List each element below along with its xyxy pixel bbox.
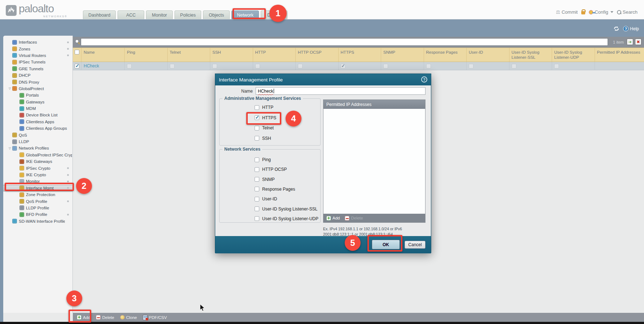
clear-filter-button[interactable]: [635, 39, 641, 45]
column-header-user-id-syslog-listener-udp[interactable]: User-ID Syslog Listener-UDP: [552, 48, 595, 62]
permitted-delete-button[interactable]: Delete: [345, 216, 363, 221]
network-services-checkbox-http-ocsp[interactable]: [255, 167, 259, 172]
network-services-checkbox-user-id-syslog-listener-ssl[interactable]: [255, 207, 259, 211]
network-services-checkbox-ping[interactable]: [255, 157, 259, 162]
in-use-dot-icon: [67, 41, 69, 43]
sidebar-item-ipsec-tunnels[interactable]: IPSec Tunnels: [3, 59, 72, 65]
sidebar-item-mdm[interactable]: MDM: [3, 105, 72, 112]
column-header-user-id-syslog-listener-ssl[interactable]: User-ID Syslog Listener-SSL: [510, 48, 552, 62]
service-state-checkbox: [383, 64, 388, 68]
sidebar-item-sd-wan-interface-profile[interactable]: SD-WAN Interface Profile: [3, 218, 72, 225]
commit-button[interactable]: ⚖ Commit: [556, 9, 578, 15]
service-state-checkbox: [255, 64, 260, 68]
permitted-ip-list[interactable]: [323, 109, 425, 214]
sidebar-item-bfd-profile[interactable]: BFD Profile: [3, 211, 72, 218]
tab-acc[interactable]: ACC: [118, 10, 144, 19]
column-header-https[interactable]: HTTPS: [339, 48, 381, 62]
admin-services-checkbox-http[interactable]: [255, 105, 259, 110]
sidebar-item-ike-gateways[interactable]: IKE Gateways: [3, 158, 72, 165]
name-field[interactable]: HCheck: [256, 87, 425, 95]
sidebar-item-clientless-apps[interactable]: Clientless Apps: [3, 119, 72, 125]
sidebar-item-qos-profile[interactable]: QoS Profile: [3, 198, 72, 204]
column-header-http-ocsp[interactable]: HTTP OCSP: [296, 48, 339, 62]
column-header-permitted-ip-addresses[interactable]: Permitted IP Addresses: [595, 48, 644, 62]
admin-services-checkbox-telnet[interactable]: [255, 126, 259, 130]
filter-input[interactable]: [81, 38, 608, 46]
tab-monitor[interactable]: Monitor: [146, 10, 173, 19]
admin-services-checkbox-https[interactable]: [255, 115, 259, 120]
column-header-user-id[interactable]: User-ID: [467, 48, 510, 62]
lock-icon[interactable]: [581, 11, 585, 14]
admin-services-checkbox-ssh[interactable]: [255, 136, 259, 141]
in-use-dot-icon: [67, 187, 69, 189]
sidebar-item-interfaces[interactable]: Interfaces: [3, 39, 72, 45]
sidebar-item-gre-tunnels[interactable]: GRE Tunnels: [3, 66, 72, 72]
sidebar-item-clientless-app-groups[interactable]: Clientless App Groups: [3, 125, 72, 132]
permitted-add-button[interactable]: Add: [326, 216, 340, 221]
sidebar-item-ipsec-crypto[interactable]: IPSec Crypto: [3, 165, 72, 171]
sidebar-item-device-block-list[interactable]: Device Block List: [3, 112, 72, 118]
help-button[interactable]: ? Help: [623, 26, 639, 31]
sidebar-item-portals[interactable]: Portals: [3, 92, 72, 98]
column-header-name[interactable]: Name: [81, 48, 125, 62]
dialog-help-icon[interactable]: ?: [421, 76, 427, 83]
column-header-ssh[interactable]: SSH: [210, 48, 253, 62]
pdf-csv-button[interactable]: PDF/CSV: [143, 315, 167, 320]
sidebar-item-monitor[interactable]: Monitor: [3, 178, 72, 185]
tab-dashboard[interactable]: Dashboard: [83, 10, 116, 19]
sidebar-item-label: Monitor: [26, 179, 40, 183]
sidebar-item-lldp[interactable]: LLDP: [3, 138, 72, 145]
tab-device[interactable]: Device: [261, 10, 287, 19]
column-header-http[interactable]: HTTP: [253, 48, 296, 62]
service-state-checkbox: [554, 64, 559, 68]
tree-expand-icon[interactable]: ▽: [9, 147, 12, 150]
sidebar-item-dns-proxy[interactable]: DNS Proxy: [3, 79, 72, 85]
search-button[interactable]: Search: [617, 9, 638, 15]
network-services-checkbox-user-id-syslog-listener-udp[interactable]: [255, 216, 259, 221]
apply-filter-button[interactable]: [627, 39, 633, 45]
lldp-icon: [12, 139, 17, 144]
sidebar-item-lldp-profile[interactable]: LLDP Profile: [3, 205, 72, 211]
dialog-footer: OK Cancel: [215, 236, 431, 253]
sidebar-item-qos[interactable]: QoS: [3, 132, 72, 138]
sidebar-item-label: GRE Tunnels: [19, 67, 43, 71]
clone-button[interactable]: Clone: [120, 315, 137, 320]
select-all-checkbox[interactable]: [75, 50, 79, 54]
in-use-dot-icon: [67, 48, 69, 50]
config-menu-button[interactable]: Config: [589, 9, 613, 15]
column-header-ping[interactable]: Ping: [125, 48, 168, 62]
sidebar-item-zone-protection[interactable]: Zone Protection: [3, 191, 72, 198]
sidebar-item-dhcp[interactable]: DHCP: [3, 72, 72, 79]
sidebar-item-globalprotect-ipsec-crypt[interactable]: GlobalProtect IPSec Crypt: [3, 152, 72, 158]
tab-policies[interactable]: Policies: [175, 10, 201, 19]
add-button[interactable]: Add: [77, 315, 90, 320]
sidebar-item-globalprotect[interactable]: ▽GlobalProtect: [3, 85, 72, 92]
network-services-checkbox-response-pages[interactable]: [255, 187, 259, 191]
table-row[interactable]: HCheck: [73, 62, 644, 70]
row-select-checkbox[interactable]: [75, 64, 79, 68]
cancel-button[interactable]: Cancel: [405, 241, 425, 249]
network-services-checkbox-snmp[interactable]: [255, 177, 259, 182]
sidebar-item-interface-mgmt[interactable]: Interface Mgmt: [3, 185, 72, 191]
sidebar-item-ike-crypto[interactable]: IKE Crypto: [3, 172, 72, 178]
tab-network[interactable]: Network: [231, 10, 259, 19]
column-header-snmp[interactable]: SNMP: [381, 48, 424, 62]
sidebar-item-label: Device Block List: [26, 113, 58, 117]
column-header-telnet[interactable]: Telnet: [168, 48, 211, 62]
key-icon: [589, 10, 593, 14]
sidebar-item-zones[interactable]: Zones: [3, 45, 72, 52]
ip-format-hint: Ex. IPv4 192.168.1.1 or 192.168.1.0/24 o…: [323, 226, 426, 237]
sidebar-item-network-profiles[interactable]: ▽Network Profiles: [3, 145, 72, 151]
profile-name-link[interactable]: HCheck: [84, 63, 99, 68]
ike-gateways-icon: [19, 159, 24, 164]
refresh-icon[interactable]: [613, 26, 619, 31]
network-services-checkbox-user-id[interactable]: [255, 197, 259, 201]
ok-button[interactable]: OK: [372, 240, 400, 249]
tab-objects[interactable]: Objects: [203, 10, 230, 19]
sidebar-item-virtual-routers[interactable]: Virtual Routers: [3, 52, 72, 59]
sidebar-item-label: IPSec Crypto: [26, 166, 50, 170]
sidebar-item-gateways[interactable]: Gateways: [3, 99, 72, 105]
column-header-response-pages[interactable]: Response Pages: [424, 48, 467, 62]
tree-expand-icon[interactable]: ▽: [9, 87, 12, 90]
delete-button[interactable]: Delete: [96, 315, 114, 320]
